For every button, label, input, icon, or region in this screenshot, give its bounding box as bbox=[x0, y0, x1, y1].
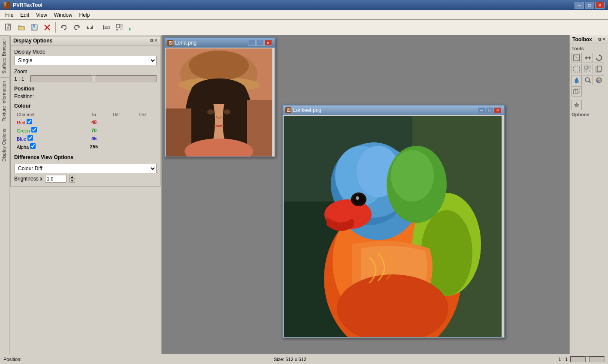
svg-marker-9 bbox=[90, 25, 93, 29]
channel-alpha-checkbox[interactable] bbox=[30, 143, 36, 149]
sidebar-item-surface-browser[interactable]: Surface Browser bbox=[0, 35, 9, 77]
maximize-button[interactable]: □ bbox=[585, 2, 594, 9]
tool-gen-mip[interactable] bbox=[583, 64, 593, 74]
col-in: In bbox=[85, 111, 103, 117]
lena-close-btn[interactable]: ✕ bbox=[264, 40, 272, 46]
channel-green-row: Green 70 bbox=[15, 126, 156, 134]
toolbar bbox=[0, 20, 608, 35]
panel-close-btn[interactable]: ✕ bbox=[154, 38, 157, 43]
toolbar-close[interactable] bbox=[41, 21, 53, 33]
menu-edit[interactable]: Edit bbox=[17, 11, 33, 19]
panel-float-btn[interactable]: ⧉ bbox=[150, 38, 153, 43]
toolbar-save-as[interactable] bbox=[28, 21, 40, 33]
svg-marker-7 bbox=[77, 26, 79, 28]
toolbar-flip[interactable] bbox=[84, 21, 96, 33]
sidebar-item-display-options[interactable]: Display Options bbox=[0, 125, 9, 165]
sidebar-item-texture-info[interactable]: Texture Information bbox=[0, 77, 9, 125]
toolbar-chart[interactable] bbox=[126, 21, 138, 33]
position-row: Position Position: bbox=[14, 86, 157, 99]
channel-blue-checkbox[interactable] bbox=[27, 135, 33, 141]
app-icon: T bbox=[3, 2, 10, 9]
toolbox-panel: Toolbox ⧉ ✕ Tools bbox=[569, 35, 608, 354]
toolbar-move[interactable] bbox=[100, 21, 112, 33]
tool-search[interactable] bbox=[583, 75, 593, 85]
svg-marker-6 bbox=[61, 26, 64, 28]
tool-dup-surface[interactable] bbox=[572, 86, 582, 96]
zoom-slider[interactable] bbox=[30, 75, 157, 82]
tool-palette[interactable] bbox=[594, 75, 604, 85]
toolbox-header-controls: ⧉ ✕ bbox=[598, 37, 605, 42]
status-zoom-slider[interactable] bbox=[570, 356, 605, 362]
tool-options[interactable] bbox=[572, 100, 582, 110]
tool-crop[interactable] bbox=[572, 53, 582, 63]
menu-window[interactable]: Window bbox=[51, 11, 76, 19]
lorikeet-controls: ─ □ ✕ bbox=[478, 107, 502, 113]
lena-icon: 🖼 bbox=[167, 40, 173, 46]
channel-alpha-row: Alpha 255 bbox=[15, 143, 156, 150]
svg-rect-59 bbox=[589, 70, 590, 72]
colour-table: Channel In Diff Out Red bbox=[14, 111, 157, 151]
lorikeet-close-btn[interactable]: ✕ bbox=[494, 107, 502, 113]
svg-rect-12 bbox=[116, 24, 120, 28]
status-position-label: Position: bbox=[3, 357, 21, 362]
tools-grid bbox=[572, 53, 606, 96]
lena-controls: ─ □ ✕ bbox=[248, 40, 272, 46]
lena-window-title[interactable]: 🖼 Lena.png ─ □ ✕ bbox=[165, 38, 275, 48]
minimize-button[interactable]: ─ bbox=[575, 2, 584, 9]
lena-maximize-btn[interactable]: □ bbox=[256, 40, 264, 46]
tools-section-title: Tools bbox=[572, 46, 606, 51]
close-button[interactable]: ✕ bbox=[595, 2, 605, 9]
tool-droplet[interactable] bbox=[572, 75, 582, 85]
brightness-row: Brightness x ▲ ▼ bbox=[14, 175, 157, 183]
zoom-row: Zoom 1 : 1 bbox=[14, 69, 157, 82]
title-bar: T PVRTexTool ─ □ ✕ bbox=[0, 0, 608, 10]
svg-marker-8 bbox=[87, 25, 89, 29]
channel-red-row: Red 48 bbox=[15, 118, 156, 126]
left-panel: Display Options ⧉ ✕ Display Mode Single … bbox=[9, 35, 162, 354]
lorikeet-maximize-btn[interactable]: □ bbox=[486, 107, 493, 113]
brightness-down-btn[interactable]: ▼ bbox=[69, 179, 75, 183]
channel-green-checkbox[interactable] bbox=[31, 127, 37, 132]
display-options-title: Display Options bbox=[13, 38, 52, 44]
col-out: Out bbox=[130, 111, 156, 117]
menu-help[interactable]: Help bbox=[76, 11, 94, 19]
brightness-up-btn[interactable]: ▲ bbox=[69, 175, 75, 179]
diff-mode-select[interactable]: Colour Diff Alpha Diff None bbox=[14, 164, 157, 173]
display-mode-select[interactable]: Single Multiple Diff bbox=[14, 56, 157, 65]
zoom-section-label: Zoom bbox=[14, 69, 157, 75]
tool-arrows[interactable] bbox=[583, 53, 593, 63]
zoom-control-row: 1 : 1 bbox=[14, 75, 157, 82]
svg-point-68 bbox=[600, 81, 601, 82]
lena-title-left: 🖼 Lena.png bbox=[167, 40, 197, 46]
main-layout: Surface Browser Texture Information Disp… bbox=[0, 35, 608, 354]
toolbox-float-btn[interactable]: ⧉ bbox=[598, 37, 601, 42]
svg-rect-16 bbox=[129, 28, 130, 30]
toolbar-undo[interactable] bbox=[58, 21, 70, 33]
menu-file[interactable]: File bbox=[2, 11, 17, 19]
channel-red-label: Red bbox=[15, 118, 85, 126]
svg-point-66 bbox=[600, 78, 601, 80]
lorikeet-content bbox=[283, 115, 504, 338]
title-bar-controls: ─ □ ✕ bbox=[575, 2, 605, 9]
tool-copy-surface[interactable] bbox=[594, 64, 604, 74]
toolbar-new[interactable] bbox=[3, 21, 15, 33]
lorikeet-window-title[interactable]: 🖼 Lorikeet.png ─ □ ✕ bbox=[283, 105, 504, 115]
lorikeet-minimize-btn[interactable]: ─ bbox=[478, 107, 485, 113]
channel-red-checkbox[interactable] bbox=[27, 119, 32, 124]
svg-rect-57 bbox=[588, 66, 590, 68]
brightness-input[interactable] bbox=[45, 175, 67, 183]
tool-rotate[interactable] bbox=[594, 53, 604, 63]
channel-green-label: Green bbox=[15, 126, 85, 134]
tool-rect-select[interactable] bbox=[572, 64, 582, 74]
toolbar-open[interactable] bbox=[15, 21, 27, 33]
channel-green-in: 70 bbox=[91, 128, 97, 133]
toolbox-section: Tools bbox=[570, 44, 608, 119]
toolbar-gen-mip[interactable] bbox=[113, 21, 125, 33]
lorikeet-title-text: Lorikeet.png bbox=[293, 107, 321, 113]
svg-rect-13 bbox=[116, 29, 118, 30]
menu-view[interactable]: View bbox=[33, 11, 51, 19]
toolbar-redo[interactable] bbox=[71, 21, 83, 33]
lena-minimize-btn[interactable]: ─ bbox=[248, 40, 256, 46]
position-section-label: Position bbox=[14, 86, 157, 92]
toolbox-close-btn[interactable]: ✕ bbox=[602, 37, 605, 42]
